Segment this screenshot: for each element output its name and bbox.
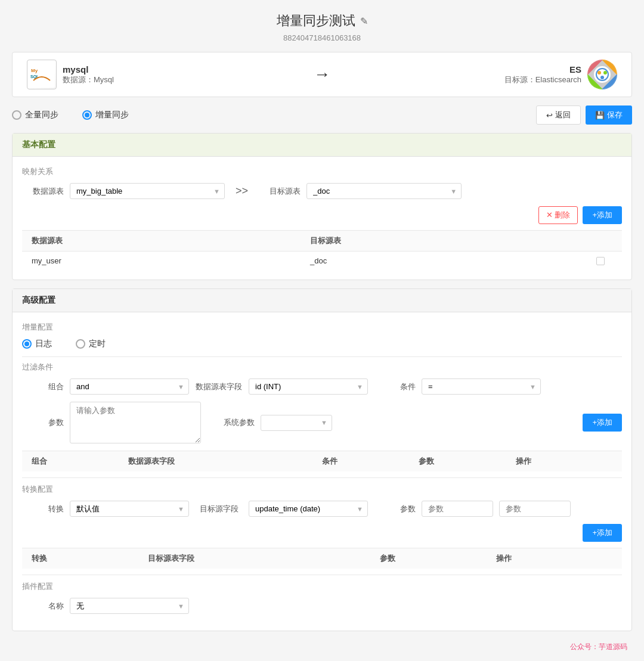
plugin-select[interactable]: 无 — [70, 598, 189, 614]
col-target-table: 目标源表 — [310, 235, 589, 246]
back-button[interactable]: ↩ 返回 — [536, 105, 581, 125]
add-transform-button[interactable]: +添加 — [583, 524, 622, 542]
target-field-label: 目标源字段 — [195, 504, 243, 514]
mapping-form-row: 数据源表 my_big_table ▼ >> 目标源表 _doc ▼ — [22, 183, 622, 199]
plugin-name-label: 名称 — [22, 601, 64, 612]
target-field-select[interactable]: update_time (date) — [249, 501, 368, 517]
combination-label: 组合 — [22, 381, 64, 392]
plugin-form-row: 名称 无 ▼ — [22, 598, 622, 614]
filter-table-header: 组合 数据源表字段 条件 参数 操作 — [22, 451, 622, 471]
filter-param-row: 参数 系统参数 ▼ +添加 — [22, 402, 622, 443]
divider2 — [22, 477, 622, 478]
double-arrow: >> — [231, 185, 253, 197]
edit-icon[interactable]: ✎ — [360, 15, 368, 27]
sync-type-bar: 全量同步 增量同步 ↩ 返回 💾 保存 — [12, 105, 632, 125]
mapping-table-header: 数据源表 目标源表 — [22, 230, 622, 251]
basic-config-body: 映射关系 数据源表 my_big_table ▼ >> 目标源表 _doc ▼ — [13, 157, 631, 280]
transform-select-wrapper: 默认值 ▼ — [70, 501, 189, 517]
param-textarea[interactable] — [70, 402, 201, 443]
sync-arrow: → — [224, 65, 420, 84]
incremental-sync-label: 增量同步 — [95, 110, 129, 120]
divider1 — [22, 356, 622, 357]
source-type: 数据源：Mysql — [63, 75, 114, 85]
incremental-type-row: 日志 定时 — [22, 339, 622, 349]
datasource-field-select[interactable]: id (INT) — [249, 378, 368, 395]
source-table-select-wrapper: my_big_table ▼ — [70, 183, 225, 199]
transform-col-action: 操作 — [496, 553, 612, 564]
source-info: My SQL mysql 数据源：Mysql — [27, 60, 224, 89]
target-name: ES — [504, 64, 581, 75]
condition-label: 条件 — [374, 381, 416, 392]
filter-form-row: 组合 and ▼ 数据源表字段 id (INT) ▼ 条件 — [22, 378, 622, 395]
transform-col-transform: 转换 — [32, 553, 148, 564]
source-table-select[interactable]: my_big_table — [70, 183, 225, 199]
filter-col-combination: 组合 — [32, 456, 128, 467]
log-label: 日志 — [35, 339, 52, 349]
svg-point-8 — [600, 76, 604, 79]
transform-table-header: 转换 目标源表字段 参数 操作 — [22, 548, 622, 569]
transform-col-param: 参数 — [380, 553, 496, 564]
target-table-form-label: 目标源表 — [259, 186, 301, 197]
combination-select[interactable]: and — [70, 378, 189, 395]
target-table-select[interactable]: _doc — [306, 183, 462, 199]
mapping-label: 映射关系 — [22, 166, 622, 177]
sys-param-select[interactable] — [261, 415, 332, 431]
transform-param2-input[interactable] — [499, 501, 571, 517]
radio-timer-circle[interactable] — [76, 339, 85, 349]
row-source: my_user — [32, 256, 310, 265]
param-label: 参数 — [22, 417, 64, 428]
row-checkbox[interactable] — [596, 257, 605, 265]
target-type: 目标源：Elasticsearch — [504, 75, 581, 85]
target-field-select-wrapper: update_time (date) ▼ — [249, 501, 368, 517]
sys-param-select-wrapper: ▼ — [261, 415, 332, 431]
sys-param-label: 系统参数 — [213, 417, 255, 428]
source-target-bar: My SQL mysql 数据源：Mysql → ES 目标源：Elastics… — [12, 52, 632, 97]
table-row: my_user _doc — [22, 251, 622, 270]
radio-full-sync[interactable]: 全量同步 — [12, 110, 58, 120]
svg-text:My: My — [31, 68, 38, 73]
transform-form-row: 转换 默认值 ▼ 目标源字段 update_time (date) ▼ 参数 — [22, 501, 622, 517]
target-logo — [587, 60, 617, 89]
divider3 — [22, 575, 622, 575]
svg-point-6 — [597, 71, 601, 75]
radio-full-circle[interactable] — [12, 110, 21, 120]
transform-field-label: 转换 — [22, 504, 64, 514]
datasource-field-select-wrapper: id (INT) ▼ — [249, 378, 368, 395]
source-name: mysql — [63, 64, 114, 75]
radio-incremental-sync[interactable]: 增量同步 — [82, 110, 129, 120]
filter-col-param: 参数 — [419, 456, 515, 467]
target-info: ES 目标源：Elasticsearch — [420, 60, 617, 89]
radio-incremental-circle[interactable] — [82, 110, 92, 120]
save-button[interactable]: 💾 保存 — [586, 105, 632, 125]
combination-select-wrapper: and ▼ — [70, 378, 189, 395]
svg-point-7 — [603, 71, 607, 75]
header-actions: ↩ 返回 💾 保存 — [536, 105, 632, 125]
mapping-row-actions: ✕ 删除 +添加 — [22, 206, 622, 224]
radio-log-circle[interactable] — [22, 339, 32, 349]
incremental-config-label: 增量配置 — [22, 322, 622, 333]
row-target: _doc — [310, 256, 589, 265]
basic-config-header: 基本配置 — [13, 134, 631, 157]
back-icon: ↩ — [546, 111, 553, 120]
transform-config-label: 转换配置 — [22, 484, 622, 495]
condition-select[interactable]: = — [422, 378, 541, 395]
filter-col-action: 操作 — [516, 456, 612, 467]
advanced-config-body: 增量配置 日志 定时 过滤条件 组合 and — [13, 312, 631, 631]
radio-timer[interactable]: 定时 — [76, 339, 106, 349]
transform-select[interactable]: 默认值 — [70, 501, 189, 517]
delete-mapping-button[interactable]: ✕ 删除 — [538, 206, 578, 224]
add-mapping-button[interactable]: +添加 — [583, 206, 622, 224]
advanced-config-section: 高级配置 增量配置 日志 定时 过滤条件 组合 — [12, 288, 632, 631]
col-checkbox-header — [589, 235, 612, 246]
plugin-select-wrapper: 无 ▼ — [70, 598, 189, 614]
advanced-config-header: 高级配置 — [13, 289, 631, 312]
timer-label: 定时 — [89, 339, 106, 349]
target-details: ES 目标源：Elasticsearch — [504, 64, 581, 85]
radio-log[interactable]: 日志 — [22, 339, 52, 349]
source-logo: My SQL — [27, 60, 57, 89]
target-table-select-wrapper: _doc ▼ — [306, 183, 462, 199]
filter-col-condition: 条件 — [322, 456, 419, 467]
source-details: mysql 数据源：Mysql — [63, 64, 114, 85]
add-filter-button[interactable]: +添加 — [583, 414, 622, 432]
transform-param1-input[interactable] — [422, 501, 493, 517]
